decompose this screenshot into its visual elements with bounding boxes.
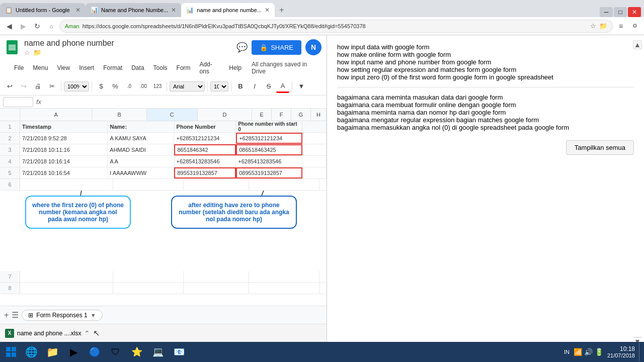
home-button[interactable]: ⌂ [45, 20, 57, 32]
cell-c1[interactable]: Phone Number [175, 121, 236, 132]
cell-a1[interactable]: Timestamp [20, 121, 108, 132]
cell-d3[interactable]: 086518463425 [236, 144, 302, 155]
share-button[interactable]: 🔒 SHARE [252, 40, 301, 55]
address-pill[interactable]: Aman https://docs.google.com/spreadsheet… [59, 20, 613, 33]
cell-c6[interactable] [184, 179, 249, 190]
media-player-button[interactable]: ▶ [63, 344, 84, 360]
menu-format[interactable]: Format [99, 63, 126, 73]
cell-a6[interactable] [20, 179, 113, 190]
tab-1[interactable]: 📋 Untitled form - Google ✕ [0, 3, 86, 17]
cell-a2[interactable]: 7/21/2018 9:52:28 [20, 133, 108, 144]
cell-e4[interactable] [302, 156, 327, 167]
tab3-close[interactable]: ✕ [265, 7, 270, 14]
app1-button[interactable]: 🛡 [106, 344, 126, 360]
folder-icon[interactable]: 📁 [33, 49, 41, 56]
cell-c3[interactable]: 8651846342 [174, 144, 236, 155]
show-all-button[interactable]: Tampilkan semua [566, 140, 634, 155]
scroll-down-arrow[interactable]: ▼ [633, 337, 642, 338]
cell-c4[interactable]: +6285413283546 [175, 156, 236, 167]
cell-d6[interactable] [249, 179, 319, 190]
download-chevron[interactable]: ⌃ [84, 329, 90, 337]
menu-addons[interactable]: Add-ons [196, 59, 224, 76]
cell-b6[interactable] [113, 179, 184, 190]
menu-insert[interactable]: Insert [75, 63, 98, 73]
forward-button[interactable]: ▶ [17, 20, 29, 32]
add-sheet-button[interactable]: + [4, 311, 9, 320]
cell-d4[interactable]: +6285413283546 [236, 156, 302, 167]
star-icon[interactable]: ☆ [24, 49, 30, 56]
cell-b5[interactable]: I AAAAAWWW [108, 167, 174, 178]
text-color-button[interactable]: A [276, 80, 289, 93]
scroll-up-arrow[interactable]: ▲ [633, 40, 642, 49]
undo-button[interactable]: ↩ [3, 80, 16, 93]
cell-d2[interactable]: +6285312121234 [236, 133, 302, 144]
font-size-select[interactable]: 10 [210, 81, 228, 92]
italic-button[interactable]: I [248, 80, 261, 93]
user-avatar[interactable]: N [305, 39, 321, 55]
cell-c2[interactable]: +6285312121234 [174, 133, 236, 144]
sheet-list-button[interactable]: ☰ [12, 310, 19, 320]
bookmark-icon[interactable]: 📁 [599, 22, 607, 30]
cell-e3[interactable] [302, 144, 327, 155]
show-desktop-button[interactable] [639, 343, 642, 361]
ie-button[interactable]: 🌐 [21, 344, 41, 360]
app4-button[interactable]: 📧 [169, 344, 189, 360]
cell-b4[interactable]: A A [108, 156, 174, 167]
maximize-button[interactable]: □ [614, 7, 627, 17]
star-icon[interactable]: ☆ [590, 22, 596, 30]
back-button[interactable]: ◀ [3, 20, 15, 32]
cell-reference-input[interactable] [3, 97, 33, 107]
tab2-close[interactable]: ✕ [171, 7, 176, 14]
zoom-select[interactable]: 100% [64, 81, 89, 92]
menu-data[interactable]: Data [127, 63, 148, 73]
file-manager-button[interactable]: 📁 [42, 344, 62, 360]
currency-button[interactable]: $ [95, 80, 108, 93]
bold-button[interactable]: B [234, 80, 247, 93]
cell-e2[interactable] [302, 133, 327, 144]
dec-decrease-button[interactable]: .0 [123, 80, 136, 93]
comment-icon[interactable]: 💬 [236, 42, 248, 53]
more-formats-button[interactable]: ▼ [295, 80, 308, 93]
cell-a4[interactable]: 7/21/2018 10:16:14 [20, 156, 108, 167]
cell-e1[interactable] [302, 121, 327, 132]
cell-a5[interactable]: 7/21/2018 10:16:54 [20, 167, 108, 178]
browser-menu-icon[interactable]: ≡ [615, 20, 627, 32]
percent-button[interactable]: % [109, 80, 122, 93]
font-select[interactable]: Arial [170, 81, 205, 92]
cell-d1[interactable]: Phone number with start 0 [236, 121, 302, 132]
cell-a3[interactable]: 7/21/2018 10:11:16 [20, 144, 108, 155]
cell-b1[interactable]: Name: [108, 121, 174, 132]
extensions-icon[interactable]: ⚙ [629, 20, 641, 32]
tab-2[interactable]: 📊 Name and Phone Numbe... ✕ [86, 3, 181, 17]
sheet-tab-form-responses[interactable]: ⊞ Form Responses 1 ▼ [22, 310, 102, 321]
formula-input[interactable] [44, 99, 324, 106]
paint-format-button[interactable]: ✂ [45, 80, 58, 93]
cell-b2[interactable]: A KAMU SAYA [108, 133, 174, 144]
app2-button[interactable]: ⭐ [127, 344, 147, 360]
new-tab-button[interactable]: + [275, 3, 289, 17]
cell-c5[interactable]: 8955319132857 [174, 167, 236, 178]
cell-e5[interactable] [302, 167, 327, 178]
start-button[interactable] [2, 345, 20, 359]
menu-tools[interactable]: Tools [149, 63, 172, 73]
menu-help[interactable]: Help [225, 63, 246, 73]
cell-b3[interactable]: AHMAD SAIDI [108, 144, 174, 155]
minimize-button[interactable]: ─ [600, 7, 613, 17]
print-button[interactable]: 🖨 [31, 80, 44, 93]
menu-edit[interactable]: Menu [29, 63, 52, 73]
redo-button[interactable]: ↪ [17, 80, 30, 93]
refresh-button[interactable]: ↻ [31, 20, 43, 32]
tab1-close[interactable]: ✕ [75, 7, 80, 14]
close-button[interactable]: ✕ [628, 7, 641, 17]
menu-view[interactable]: View [53, 63, 74, 73]
dec-increase-button[interactable]: .00 [137, 80, 150, 93]
app3-button[interactable]: 💻 [148, 344, 168, 360]
cell-d5[interactable]: 08955319132857 [236, 167, 302, 178]
number-format-button[interactable]: 123 [151, 80, 164, 93]
sheets-document-title[interactable]: name and phone number [24, 39, 231, 48]
menu-file[interactable]: File [10, 63, 28, 73]
strikethrough-button[interactable]: S [262, 80, 275, 93]
tab-3[interactable]: 📊 name and phone numbe... ✕ [181, 3, 274, 17]
menu-form[interactable]: Form [173, 63, 195, 73]
chrome-button[interactable]: 🔵 [85, 344, 105, 360]
